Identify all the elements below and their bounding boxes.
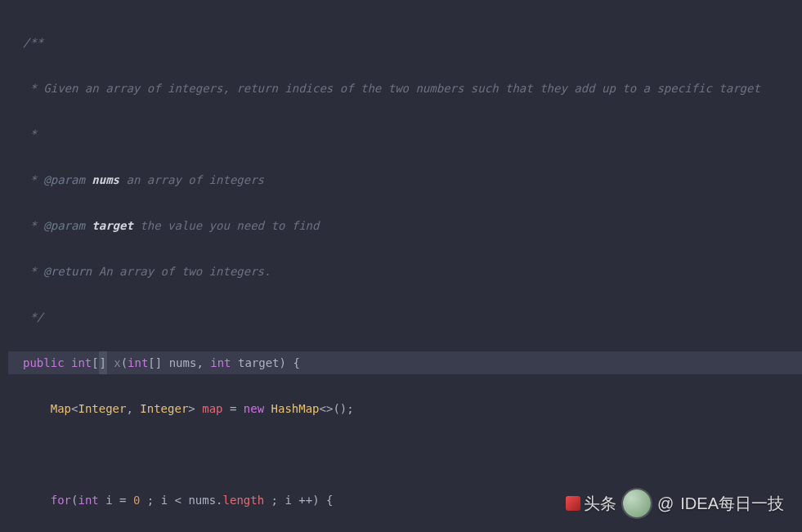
code-line: /** — [8, 31, 802, 54]
toutiao-icon — [566, 496, 580, 511]
type-map: Map — [51, 402, 71, 415]
prop-length: length — [223, 494, 265, 507]
method-name-placeholder: x — [114, 356, 120, 369]
code-line: * — [8, 123, 802, 145]
caret-selection: ] — [99, 351, 107, 374]
watermark: 头条 @IDEA每日一技 — [566, 490, 784, 517]
code-line: Map<Integer, Integer> map = new HashMap<… — [8, 397, 802, 420]
code-line: * Given an array of integers, return ind… — [8, 77, 802, 100]
type-hashmap: HashMap — [271, 402, 320, 415]
code-line: * @param nums an array of integers — [8, 168, 802, 191]
javadoc-param-desc: the value you need to find — [133, 219, 320, 232]
code-editor[interactable]: /** * Given an array of integers, return… — [0, 0, 802, 532]
javadoc-param-name: nums — [92, 173, 119, 186]
code-line: * @param target the value you need to fi… — [8, 214, 802, 237]
javadoc-param-name: target — [92, 219, 133, 232]
keyword-int: int — [71, 356, 92, 369]
code-line: */ — [8, 306, 802, 329]
keyword-public: public — [23, 356, 65, 369]
avatar-icon — [623, 490, 651, 517]
comment-blank: * — [23, 127, 37, 141]
javadoc-return-desc: An array of two integers. — [92, 265, 271, 278]
comment-close: */ — [23, 311, 43, 324]
watermark-name: IDEA每日一技 — [680, 492, 784, 515]
javadoc-param-tag: @param — [43, 173, 85, 186]
keyword-for: for — [51, 494, 71, 507]
javadoc-param-tag: @param — [43, 219, 85, 232]
javadoc-param-desc: an array of integers — [119, 173, 264, 186]
comment-desc: * Given an array of integers, return ind… — [23, 82, 760, 95]
code-line: * @return An array of two integers. — [8, 260, 802, 283]
comment-open: /** — [23, 36, 43, 49]
javadoc-return-tag: @return — [43, 265, 92, 278]
watermark-badge: 头条 — [566, 492, 616, 515]
code-line — [8, 443, 802, 466]
code-line-active: public int[] x(int[] nums, int target) { — [8, 351, 802, 374]
watermark-brand: 头条 — [584, 492, 616, 515]
watermark-at: @ — [657, 492, 674, 515]
